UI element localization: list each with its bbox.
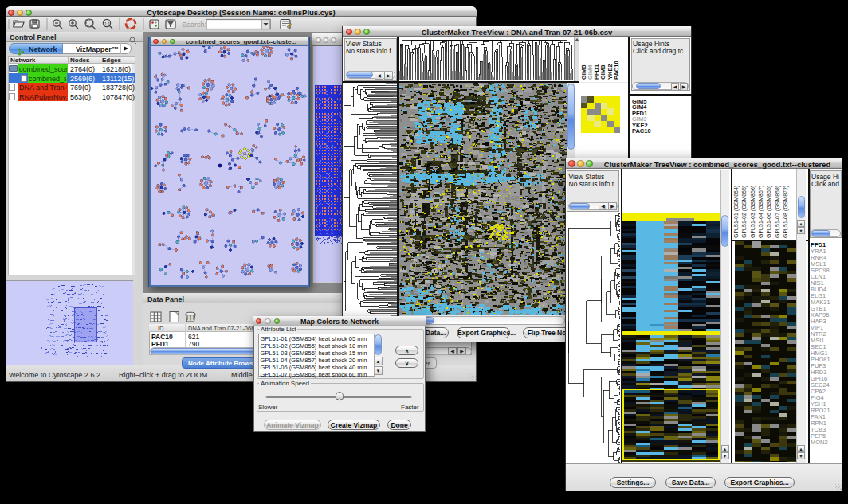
- svg-text:GPL51-02 (GSM855): GPL51-02 (GSM855): [741, 186, 748, 238]
- svg-text:Search:: Search:: [182, 21, 206, 29]
- svg-text:1:1: 1:1: [104, 21, 110, 26]
- svg-text:GPL51-01 (GSM854): GPL51-01 (GSM854): [733, 186, 740, 238]
- svg-text:GPL51-08 (GSM872): GPL51-08 (GSM872): [783, 186, 789, 238]
- svg-text:GPL51-03 (GSM856): GPL51-03 (GSM856): [750, 186, 756, 238]
- svg-text:GPL51-06 (GSM865): GPL51-06 (GSM865): [766, 186, 772, 238]
- svg-text:GPL51-04 (GSM857): GPL51-04 (GSM857): [758, 186, 764, 238]
- svg-text:PAC10: PAC10: [613, 61, 620, 80]
- svg-text:GPL51-07 (GSM868): GPL51-07 (GSM868): [775, 186, 781, 238]
